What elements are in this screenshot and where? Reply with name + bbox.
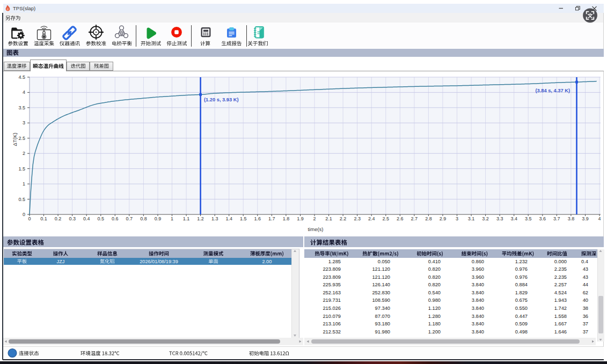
svg-text:1.280: 1.280: [428, 314, 441, 319]
svg-text:1.829: 1.829: [515, 290, 528, 295]
svg-text:3: 3: [456, 216, 458, 221]
svg-text:0.3: 0.3: [69, 216, 76, 221]
svg-text:time(s): time(s): [308, 226, 323, 232]
svg-text:0.980: 0.980: [428, 298, 441, 303]
svg-text:1.5: 1.5: [240, 216, 247, 221]
svg-text:0.976: 0.976: [515, 266, 528, 272]
svg-text:0.7: 0.7: [126, 216, 133, 221]
svg-text:4.5: 4.5: [18, 75, 25, 80]
svg-text:1: 1: [171, 216, 173, 221]
svg-text:44: 44: [583, 282, 588, 287]
svg-text:108.590: 108.590: [372, 298, 390, 303]
svg-text:(3.84 s, 4.37 K): (3.84 s, 4.37 K): [535, 88, 570, 93]
svg-text:1.667: 1.667: [554, 321, 567, 326]
svg-text:1.646: 1.646: [554, 329, 567, 335]
svg-text:2.235: 2.235: [554, 274, 567, 280]
svg-text:4: 4: [23, 90, 25, 95]
svg-text:3.840: 3.840: [472, 314, 484, 319]
svg-text:TPS(slap): TPS(slap): [13, 5, 35, 11]
svg-text:2.00: 2.00: [262, 259, 272, 264]
svg-text:2: 2: [23, 151, 25, 156]
svg-text:213.106: 213.106: [323, 321, 341, 326]
svg-text:62: 62: [583, 290, 588, 295]
svg-text:2.257: 2.257: [554, 282, 567, 287]
svg-text:3.9: 3.9: [582, 216, 589, 221]
svg-text:0.4: 0.4: [581, 259, 588, 264]
svg-text:3.840: 3.840: [472, 298, 484, 303]
svg-text:2.5: 2.5: [382, 216, 389, 221]
svg-text:(1.20 s, 3.93 K): (1.20 s, 3.93 K): [204, 97, 239, 102]
svg-text:252.163: 252.163: [323, 290, 341, 295]
svg-text:36: 36: [583, 314, 588, 319]
svg-text:91.980: 91.980: [375, 329, 390, 335]
svg-text:3.840: 3.840: [472, 290, 484, 295]
svg-text:4: 4: [598, 216, 601, 221]
svg-text:1.180: 1.180: [428, 321, 441, 326]
svg-text:3.840: 3.840: [472, 329, 484, 335]
svg-text:0.1: 0.1: [40, 216, 47, 221]
svg-text:1.232: 1.232: [515, 259, 528, 264]
svg-text:3.840: 3.840: [472, 282, 484, 287]
svg-text:0.509: 0.509: [515, 321, 528, 326]
svg-text:JZJ: JZJ: [57, 259, 65, 264]
svg-text:3.6: 3.6: [539, 216, 546, 221]
svg-text:93.180: 93.180: [375, 321, 390, 326]
svg-text:1.2: 1.2: [197, 216, 204, 221]
svg-text:0: 0: [23, 212, 25, 217]
svg-text:1.285: 1.285: [328, 259, 341, 264]
svg-text:43: 43: [583, 274, 588, 280]
svg-text:2: 2: [313, 216, 316, 221]
svg-text:3.7: 3.7: [553, 216, 560, 221]
svg-text:2.235: 2.235: [554, 266, 567, 272]
svg-text:1.200: 1.200: [428, 329, 441, 335]
svg-text:0.9: 0.9: [155, 216, 162, 221]
svg-text:3.840: 3.840: [472, 321, 484, 326]
svg-text:3.2: 3.2: [482, 216, 489, 221]
svg-text:252.830: 252.830: [372, 290, 390, 295]
svg-text:225.935: 225.935: [323, 282, 341, 287]
svg-text:0.976: 0.976: [515, 274, 528, 280]
svg-text:2026/01/08/19:39: 2026/01/08/19:39: [140, 259, 178, 264]
svg-text:38: 38: [583, 306, 588, 311]
svg-text:1.6: 1.6: [254, 216, 261, 221]
svg-text:1.558: 1.558: [554, 314, 567, 319]
svg-text:37: 37: [583, 321, 588, 326]
svg-text:2.5: 2.5: [18, 136, 25, 141]
svg-text:0.550: 0.550: [515, 306, 528, 311]
svg-text:3.5: 3.5: [18, 105, 25, 110]
svg-text:3.3: 3.3: [496, 216, 503, 221]
svg-text:0: 0: [28, 216, 31, 221]
svg-text:2.7: 2.7: [411, 216, 418, 221]
svg-text:0.2: 0.2: [55, 216, 62, 221]
svg-text:215.026: 215.026: [323, 306, 341, 311]
svg-text:1.5: 1.5: [18, 166, 25, 172]
svg-text:3.1: 3.1: [468, 216, 475, 221]
svg-text:3.8: 3.8: [568, 216, 575, 221]
svg-text:0.884: 0.884: [515, 282, 528, 287]
svg-text:87.070: 87.070: [375, 314, 390, 319]
svg-text:0.675: 0.675: [515, 298, 528, 303]
svg-text:223.809: 223.809: [323, 266, 341, 272]
svg-text:43: 43: [583, 266, 588, 272]
svg-text:1.7: 1.7: [268, 216, 275, 221]
svg-text:210.079: 210.079: [323, 314, 341, 319]
svg-text:0.447: 0.447: [515, 314, 528, 319]
svg-text:3.960: 3.960: [472, 274, 484, 280]
svg-text:0.410: 0.410: [428, 259, 441, 264]
svg-text:37: 37: [583, 329, 588, 335]
svg-text:40: 40: [583, 298, 588, 303]
svg-text:ΔT(K): ΔT(K): [12, 133, 18, 146]
svg-text:1.8: 1.8: [283, 216, 290, 221]
svg-text:4.524: 4.524: [554, 290, 567, 295]
svg-text:223.809: 223.809: [323, 274, 341, 280]
svg-text:219.731: 219.731: [323, 298, 341, 303]
svg-text:97.340: 97.340: [375, 306, 390, 311]
svg-text:0.498: 0.498: [515, 329, 528, 335]
svg-text:0.050: 0.050: [378, 259, 390, 264]
svg-text:1.943: 1.943: [554, 298, 567, 303]
svg-text:0.5: 0.5: [18, 197, 25, 202]
svg-text:0.860: 0.860: [472, 259, 484, 264]
svg-text:0.820: 0.820: [428, 266, 441, 272]
svg-text:2.8: 2.8: [425, 216, 432, 221]
svg-text:121.120: 121.120: [372, 266, 390, 272]
